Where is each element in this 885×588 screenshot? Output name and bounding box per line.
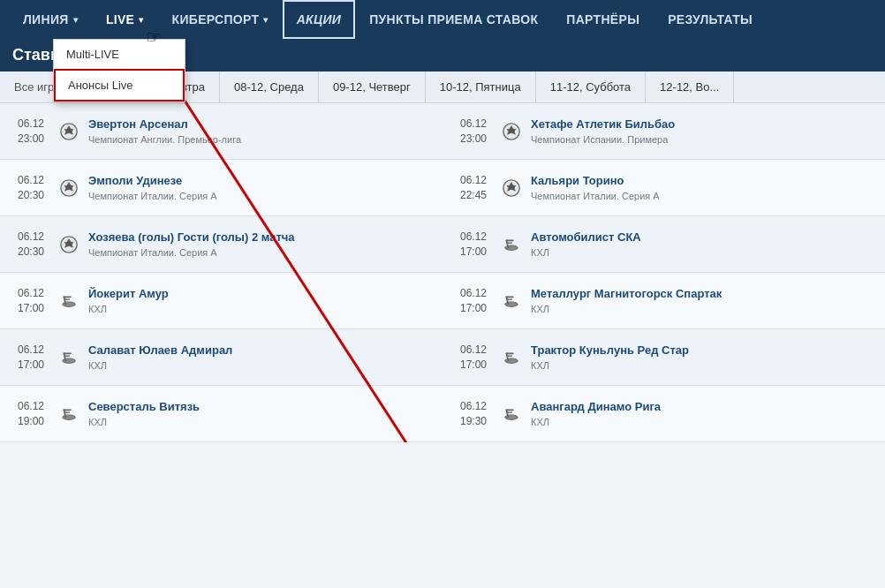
match-title[interactable]: Хозяева (голы) Гости (голы) 2 матча (88, 230, 430, 245)
chevron-down-icon: ▾ (263, 15, 268, 25)
svg-point-14 (63, 301, 76, 306)
match-league: КХЛ (531, 304, 873, 314)
match-info: Трактор Куньлунь Ред Стар КХЛ (531, 343, 873, 371)
tab-sun[interactable]: 12-12, Во... (646, 72, 734, 102)
match-info: Йокерит Амур КХЛ (88, 287, 430, 314)
match-title[interactable]: Хетафе Атлетик Бильбао (531, 117, 873, 132)
top-nav: ЛИНИЯ ▾ LIVE ▾ КИБЕРСПОРТ ▾ АКЦИИ ПУНКТЫ… (0, 0, 885, 39)
match-info: Авангард Динамо Рига КХЛ (531, 400, 873, 427)
match-league: КХЛ (531, 247, 873, 258)
cursor-hand: ☞ (146, 26, 162, 48)
nav-partnery[interactable]: ПАРТНЁРЫ (552, 0, 654, 39)
tab-sat[interactable]: 11-12, Суббота (536, 72, 646, 102)
match-row[interactable]: 06.12 20:30 Хозяева (голы) Гости (голы) … (0, 216, 442, 273)
hockey-icon (58, 403, 79, 425)
match-title[interactable]: Йокерит Амур (88, 287, 430, 302)
match-info: Хозяева (голы) Гости (голы) 2 матча Чемп… (88, 230, 430, 258)
match-time: 06.12 17:00 (455, 286, 492, 316)
match-row[interactable]: 06.12 17:00 Автомобилист СКА КХЛ (442, 216, 885, 273)
svg-point-30 (63, 414, 76, 419)
svg-point-26 (505, 358, 518, 363)
match-grid: 06.12 23:00 Эвертон Арсенал Чемпионат Ан… (0, 103, 885, 442)
match-league: КХЛ (531, 417, 873, 427)
match-time: 06.12 17:00 (455, 230, 492, 260)
match-row[interactable]: 06.12 17:00 Йокерит Амур КХЛ (0, 273, 442, 329)
match-time: 06.12 23:00 (12, 117, 49, 147)
match-time: 06.12 20:30 (12, 173, 49, 203)
match-league: КХЛ (531, 360, 873, 371)
nav-punkty[interactable]: ПУНКТЫ ПРИЕМА СТАВОК (355, 0, 552, 39)
match-time: 06.12 19:00 (12, 399, 49, 429)
match-info: Металлург Магнитогорск Спартак КХЛ (531, 287, 873, 314)
match-league: Чемпионат Англии. Премьер-лига (88, 134, 430, 145)
match-title[interactable]: Эвертон Арсенал (88, 117, 430, 132)
match-title[interactable]: Автомобилист СКА (531, 230, 873, 245)
main-content: 06.12 23:00 Эвертон Арсенал Чемпионат Ан… (0, 103, 885, 442)
match-time: 06.12 20:30 (12, 230, 49, 260)
match-info: Кальяри Торино Чемпионат Италии. Серия А (531, 174, 873, 201)
svg-point-18 (505, 301, 518, 306)
match-time: 06.12 19:30 (455, 399, 492, 429)
match-league: Чемпионат Испании. Примера (531, 134, 873, 145)
match-row[interactable]: 06.12 19:30 Авангард Динамо Рига КХЛ (442, 386, 885, 442)
match-info: Хетафе Атлетик Бильбао Чемпионат Испании… (531, 117, 873, 145)
match-title[interactable]: Металлург Магнитогорск Спартак (531, 287, 873, 302)
match-league: КХЛ (88, 304, 430, 314)
match-info: Эмполи Удинезе Чемпионат Италии. Серия А (88, 174, 430, 201)
live-dropdown: Multi-LIVE Анонсы Live (53, 39, 185, 102)
hockey-icon (501, 403, 522, 425)
match-title[interactable]: Трактор Куньлунь Ред Стар (531, 343, 873, 358)
match-title[interactable]: Салават Юлаев Адмирал (88, 343, 430, 358)
chevron-down-icon: ▾ (73, 15, 78, 25)
tab-fri[interactable]: 10-12, Пятница (426, 72, 536, 102)
match-league: КХЛ (88, 360, 430, 371)
match-row[interactable]: 06.12 23:00 Эвертон Арсенал Чемпионат Ан… (0, 103, 442, 160)
hockey-icon (501, 290, 522, 312)
match-info: Автомобилист СКА КХЛ (531, 230, 873, 258)
soccer-icon (58, 177, 79, 199)
match-title[interactable]: Авангард Динамо Рига (531, 400, 873, 415)
match-time: 06.12 17:00 (12, 343, 49, 373)
match-title[interactable]: Эмполи Удинезе (88, 174, 430, 189)
match-time: 06.12 17:00 (12, 286, 49, 316)
nav-rezultaty[interactable]: РЕЗУЛЬТАТЫ (654, 0, 767, 39)
match-row[interactable]: 06.12 23:00 Хетафе Атлетик Бильбао Чемпи… (442, 103, 885, 160)
match-row[interactable]: 06.12 22:45 Кальяри Торино Чемпионат Ита… (442, 160, 885, 216)
dropdown-multi-live[interactable]: Multi-LIVE (54, 40, 185, 69)
hockey-icon (58, 290, 79, 312)
soccer-icon (501, 121, 522, 142)
match-time: 06.12 22:45 (455, 173, 492, 203)
nav-kibersport[interactable]: КИБЕРСПОРТ ▾ (158, 0, 283, 39)
match-title[interactable]: Северсталь Витязь (88, 400, 430, 415)
soccer-icon (58, 234, 79, 255)
chevron-down-icon: ▾ (139, 15, 143, 25)
soccer-icon (58, 121, 79, 142)
match-row[interactable]: 06.12 17:00 Металлург Магнитогорск Спарт… (442, 273, 885, 329)
hockey-icon (501, 234, 522, 255)
nav-aktsii[interactable]: АКЦИИ (283, 0, 356, 39)
match-time: 06.12 23:00 (455, 117, 492, 147)
match-row[interactable]: 06.12 20:30 Эмполи Удинезе Чемпионат Ита… (0, 160, 442, 216)
match-row[interactable]: 06.12 19:00 Северсталь Витязь КХЛ (0, 386, 442, 442)
match-row[interactable]: 06.12 17:00 Трактор Куньлунь Ред Стар КХ… (442, 329, 885, 386)
soccer-icon (501, 177, 522, 199)
match-league: Чемпионат Италии. Серия А (88, 247, 430, 258)
dropdown-anonsylive[interactable]: Анонсы Live (54, 69, 185, 102)
match-league: Чемпионат Италии. Серия А (531, 191, 873, 201)
nav-liniya[interactable]: ЛИНИЯ ▾ (9, 0, 92, 39)
svg-point-22 (63, 358, 76, 363)
hockey-icon (501, 347, 522, 368)
tab-wed[interactable]: 08-12, Среда (220, 72, 319, 102)
tab-thu[interactable]: 09-12, Четверг (319, 72, 426, 102)
match-league: Чемпионат Италии. Серия А (88, 191, 430, 201)
svg-point-10 (505, 245, 518, 250)
match-info: Салават Юлаев Адмирал КХЛ (88, 343, 430, 371)
match-info: Эвертон Арсенал Чемпионат Англии. Премье… (88, 117, 430, 145)
hockey-icon (58, 347, 79, 368)
match-time: 06.12 17:00 (455, 343, 492, 373)
match-info: Северсталь Витязь КХЛ (88, 400, 430, 427)
match-row[interactable]: 06.12 17:00 Салават Юлаев Адмирал КХЛ (0, 329, 442, 386)
svg-point-34 (505, 414, 518, 419)
match-title[interactable]: Кальяри Торино (531, 174, 873, 189)
match-league: КХЛ (88, 417, 430, 427)
